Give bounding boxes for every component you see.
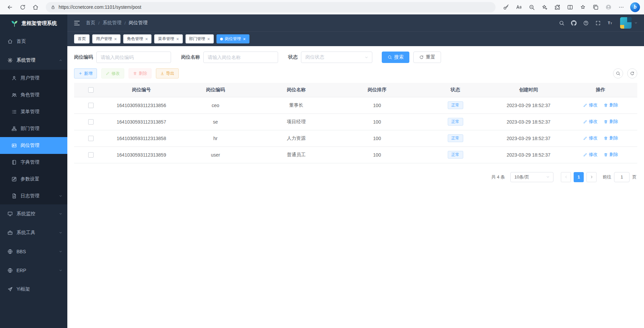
sidebar-item-log[interactable]: 日志管理 [0,188,67,204]
add-button[interactable]: 新增 [74,68,97,78]
sidebar-item-tools[interactable]: 系统工具 [0,223,67,242]
breadcrumb-item-system[interactable]: 系统管理 [103,20,122,26]
copilot-icon[interactable]: b [630,2,640,12]
sidebar-item-erp[interactable]: ERP [0,261,67,280]
sidebar-item-dict[interactable]: 字典管理 [0,154,67,171]
sidebar-item-user[interactable]: 用户管理 [0,70,67,87]
browser-extensions-button[interactable] [551,2,563,12]
tab-post[interactable]: 岗位管理× [216,34,249,43]
browser-home-button[interactable] [30,2,41,12]
search-button-label: 搜索 [394,54,404,60]
browser-zoom-out-button[interactable] [526,2,537,12]
header-search-button[interactable] [556,18,567,28]
export-button[interactable]: 导出 [156,68,179,78]
home-icon [7,39,13,44]
page-1-button[interactable]: 1 [574,172,584,182]
sidebar-item-menu[interactable]: 菜单管理 [0,103,67,120]
close-icon[interactable]: × [207,37,210,41]
next-page-button[interactable] [586,172,597,182]
browser-collections-button[interactable] [590,2,601,12]
breadcrumb-item-home[interactable]: 首页 [86,20,95,26]
list-icon [11,109,17,114]
browser-more-button[interactable] [615,2,627,12]
goto-page-input[interactable] [614,172,630,182]
tab-dept[interactable]: 部门管理× [185,34,214,43]
fullscreen-icon [595,20,601,26]
user-avatar[interactable] [620,17,632,29]
row-checkbox[interactable] [88,136,94,141]
trash-icon [133,71,137,75]
table-header-cell: 岗位编码 [175,83,256,97]
reset-button[interactable]: 重置 [413,52,441,63]
edit-button[interactable]: 修改 [101,68,124,78]
search-button[interactable]: 搜索 [382,52,409,63]
row-checkbox[interactable] [88,103,94,108]
chev-down-icon [364,55,369,60]
header-fullscreen-button[interactable] [592,18,603,28]
user-menu-caret[interactable] [634,21,638,25]
browser-split-screen-button[interactable] [564,2,576,12]
row-delete-link[interactable]: 删除 [604,152,618,158]
tab-user[interactable]: 用户管理× [92,34,121,43]
tab-label: 部门管理 [189,36,205,42]
header-font-size-button[interactable]: TT [605,18,615,28]
header-github-button[interactable] [568,18,579,28]
sidebar-item-label: 首页 [16,38,26,44]
close-icon[interactable]: × [176,37,179,41]
post-code-input[interactable] [96,52,171,63]
tab-menu[interactable]: 菜单管理× [154,34,182,43]
page-size-select[interactable]: 10条/页 [510,172,553,182]
close-icon[interactable]: × [145,37,148,41]
row-delete-link[interactable]: 删除 [604,102,618,108]
sidebar-item-label: 岗位管理 [21,142,39,149]
browser-favorite-add-button[interactable] [539,2,550,12]
row-edit-link[interactable]: 修改 [583,152,598,158]
sidebar-item-bbs[interactable]: BBS [0,242,67,261]
sidebar-item-monitor[interactable]: 系统监控 [0,204,67,223]
tab-home[interactable]: 首页 [74,34,90,43]
browser-back-button[interactable] [4,2,15,12]
sidebar-item-dept[interactable]: 部门管理 [0,120,67,137]
sidebar-item-home[interactable]: 首页 [0,32,67,51]
close-icon[interactable]: × [243,37,246,41]
sidebar-item-post[interactable]: 岗位管理 [0,137,67,154]
delete-button[interactable]: 删除 [129,68,151,78]
status-select[interactable]: 岗位状态 [301,52,372,63]
row-edit-link[interactable]: 修改 [583,119,598,125]
close-icon[interactable]: × [114,37,117,41]
post-name-input[interactable] [203,52,278,63]
tab-label: 首页 [78,36,86,42]
sidebar-item-yi[interactable]: Yi框架 [0,280,67,299]
refresh-table-button[interactable] [627,68,637,78]
browser-favorites-bar-button[interactable] [577,2,588,12]
prev-page-button[interactable] [561,172,571,182]
browser-key-button[interactable] [500,2,512,12]
select-all-checkbox[interactable] [88,87,94,93]
sidebar-item-label: Yi框架 [16,286,30,292]
app-logo[interactable]: 意框架管理系统 [0,14,67,32]
row-checkbox[interactable] [88,152,94,158]
tab-role[interactable]: 角色管理× [123,34,151,43]
row-checkbox[interactable] [88,119,94,125]
trash-icon [604,103,608,107]
row-edit-link[interactable]: 修改 [583,102,598,108]
sidebar-item-role[interactable]: 角色管理 [0,87,67,103]
toggle-search-button[interactable] [613,68,623,78]
browser-refresh-button[interactable] [17,2,28,12]
app-title: 意框架管理系统 [22,20,57,27]
delete-button-label: 删除 [139,71,147,76]
browser-read-aloud-button[interactable] [513,2,524,12]
table-row: 1641030593112313856ceo董事长100正常2023-03-29… [74,97,637,113]
cell-post-name: 项目经理 [256,113,337,130]
chev-up-icon [59,58,63,62]
browser-profile-button[interactable] [603,2,614,12]
row-edit-link[interactable]: 修改 [583,135,598,141]
header-question-button[interactable] [580,18,591,28]
plus-icon [78,71,82,75]
sidebar-item-param[interactable]: 参数设置 [0,171,67,188]
sidebar-item-system[interactable]: 系统管理 [0,51,67,70]
row-delete-link[interactable]: 删除 [604,119,618,125]
row-delete-link[interactable]: 删除 [604,135,618,141]
sidebar-toggle[interactable] [73,20,80,27]
address-bar[interactable]: https://ccnetcore.com:1101/system/post [46,2,496,12]
